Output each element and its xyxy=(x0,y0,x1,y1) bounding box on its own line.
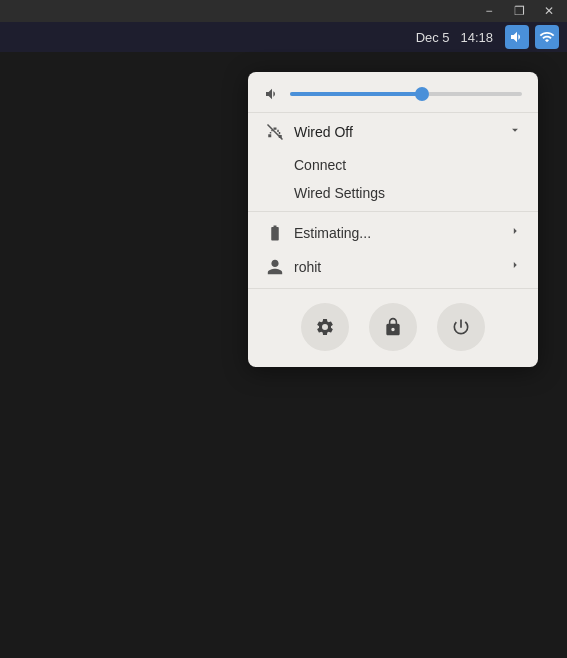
volume-row xyxy=(248,72,538,113)
battery-row[interactable]: Estimating... xyxy=(248,216,538,250)
network-status-icon[interactable] xyxy=(535,25,559,49)
system-popup: Wired Off Connect Wired Settings Estimat… xyxy=(248,72,538,367)
battery-icon xyxy=(264,224,286,242)
battery-chevron-icon xyxy=(508,224,522,242)
minimize-button[interactable]: − xyxy=(475,2,503,20)
user-chevron-icon xyxy=(508,258,522,276)
status-bar: Dec 5 14:18 xyxy=(0,22,567,52)
wired-network-label: Wired Off xyxy=(294,124,500,140)
network-chevron-icon xyxy=(508,123,522,141)
volume-slider-thumb[interactable] xyxy=(415,87,429,101)
network-wired-row[interactable]: Wired Off xyxy=(248,113,538,151)
volume-icon xyxy=(262,86,282,102)
restore-button[interactable]: ❐ xyxy=(505,2,533,20)
volume-slider-fill xyxy=(290,92,422,96)
power-button[interactable] xyxy=(437,303,485,351)
lock-button[interactable] xyxy=(369,303,417,351)
status-datetime: Dec 5 14:18 xyxy=(416,30,493,45)
battery-label: Estimating... xyxy=(294,225,500,241)
status-date: Dec 5 xyxy=(416,30,450,45)
close-button[interactable]: ✕ xyxy=(535,2,563,20)
connect-item[interactable]: Connect xyxy=(248,151,538,179)
wired-settings-item[interactable]: Wired Settings xyxy=(248,179,538,207)
user-icon xyxy=(264,258,286,276)
status-time: 14:18 xyxy=(460,30,493,45)
settings-button[interactable] xyxy=(301,303,349,351)
bottom-buttons xyxy=(248,288,538,367)
volume-status-icon[interactable] xyxy=(505,25,529,49)
divider-1 xyxy=(248,211,538,212)
volume-slider[interactable] xyxy=(290,92,522,96)
title-bar: − ❐ ✕ xyxy=(0,0,567,22)
user-label: rohit xyxy=(294,259,500,275)
wired-network-icon xyxy=(264,123,286,141)
user-row[interactable]: rohit xyxy=(248,250,538,284)
